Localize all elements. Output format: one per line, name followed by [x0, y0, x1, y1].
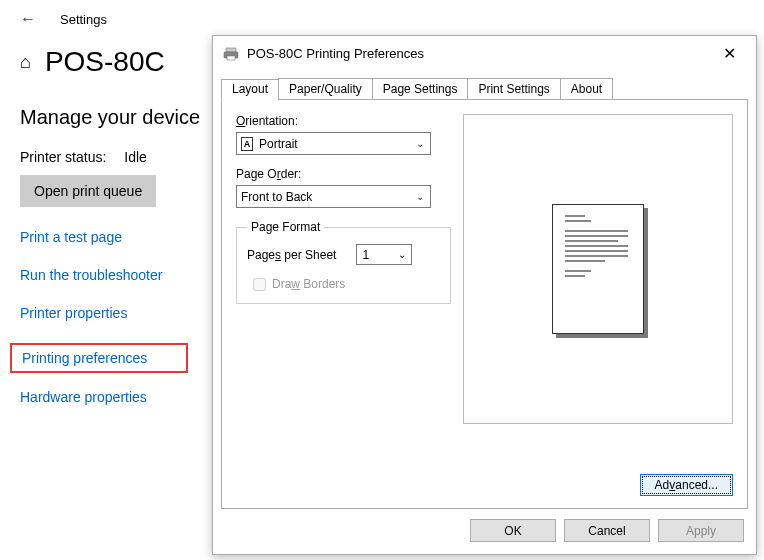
- orientation-label: Orientation:: [236, 114, 446, 128]
- page-order-label: Page Order:: [236, 167, 446, 181]
- link-run-troubleshooter[interactable]: Run the troubleshooter: [20, 267, 162, 283]
- page-order-dropdown[interactable]: Front to Back ⌄: [236, 185, 431, 208]
- dialog-buttons: OK Cancel Apply: [213, 509, 756, 554]
- pages-per-sheet-label: Pages per Sheet: [247, 248, 336, 262]
- ok-button[interactable]: OK: [470, 519, 556, 542]
- status-value: Idle: [124, 149, 147, 165]
- page-format-group: Page Format Pages per Sheet 1 ⌄ Draw Bor…: [236, 220, 451, 304]
- tab-about[interactable]: About: [560, 78, 613, 100]
- apply-button: Apply: [658, 519, 744, 542]
- link-printing-preferences[interactable]: Printing preferences: [22, 350, 147, 366]
- preview-page-icon: [552, 204, 644, 334]
- svg-rect-2: [227, 56, 235, 60]
- orientation-value: Portrait: [259, 137, 298, 151]
- highlight-box: Printing preferences: [10, 343, 188, 373]
- page-preview: [463, 114, 733, 424]
- printing-preferences-dialog: POS-80C Printing Preferences ✕ Layout Pa…: [212, 35, 757, 555]
- page-format-legend: Page Format: [247, 220, 324, 234]
- cancel-button[interactable]: Cancel: [564, 519, 650, 542]
- draw-borders-label: Draw Borders: [272, 277, 345, 291]
- dialog-title: POS-80C Printing Preferences: [247, 46, 713, 61]
- chevron-down-icon: ⌄: [416, 191, 424, 202]
- orientation-dropdown[interactable]: A Portrait ⌄: [236, 132, 431, 155]
- chevron-down-icon: ⌄: [416, 138, 424, 149]
- link-hardware-properties[interactable]: Hardware properties: [20, 389, 147, 405]
- pages-per-sheet-value: 1: [362, 248, 369, 262]
- tab-page-settings[interactable]: Page Settings: [372, 78, 469, 100]
- draw-borders-checkbox: [253, 278, 266, 291]
- settings-header: Settings: [60, 12, 107, 27]
- link-printer-properties[interactable]: Printer properties: [20, 305, 127, 321]
- advanced-button[interactable]: Advanced...: [640, 474, 733, 496]
- close-icon[interactable]: ✕: [713, 44, 746, 63]
- portrait-icon: A: [241, 137, 253, 151]
- back-icon[interactable]: ←: [20, 10, 36, 28]
- chevron-down-icon: ⌄: [398, 249, 406, 260]
- status-label: Printer status:: [20, 149, 106, 165]
- tab-paper-quality[interactable]: Paper/Quality: [278, 78, 373, 100]
- open-print-queue-button[interactable]: Open print queue: [20, 175, 156, 207]
- home-icon[interactable]: ⌂: [20, 52, 31, 73]
- titlebar: POS-80C Printing Preferences ✕: [213, 36, 756, 71]
- tab-container: Layout Paper/Quality Page Settings Print…: [221, 99, 748, 509]
- page-title: POS-80C: [45, 46, 165, 78]
- page-order-value: Front to Back: [241, 190, 312, 204]
- printer-icon: [223, 46, 239, 62]
- pages-per-sheet-dropdown[interactable]: 1 ⌄: [356, 244, 412, 265]
- svg-rect-0: [226, 48, 236, 52]
- tab-layout[interactable]: Layout: [221, 79, 279, 101]
- tabstrip: Layout Paper/Quality Page Settings Print…: [221, 78, 612, 100]
- tab-print-settings[interactable]: Print Settings: [467, 78, 560, 100]
- link-print-test-page[interactable]: Print a test page: [20, 229, 122, 245]
